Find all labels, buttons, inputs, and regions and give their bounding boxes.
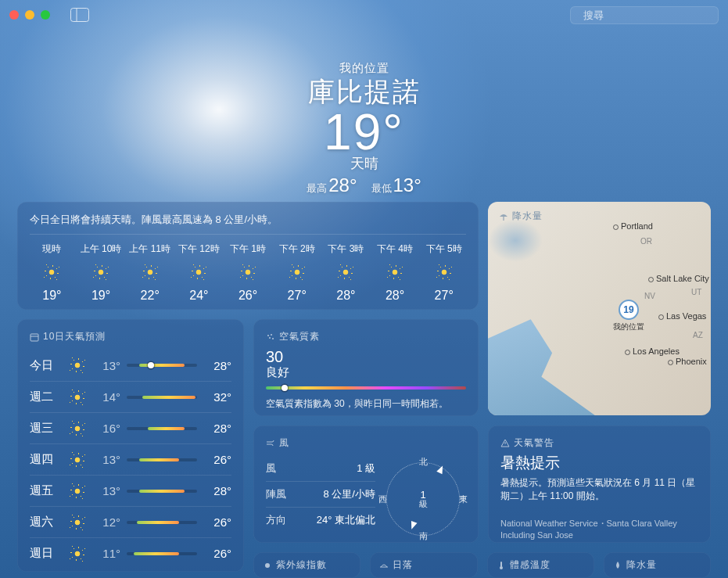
sunny-icon [69,357,86,374]
wind-icon [266,439,275,448]
high-temp: 26° [203,453,231,466]
ten-day-forecast-card[interactable]: 10日天氣預測 今日 13° 28°週二 14° 32°週三 16° 28°週四… [17,319,244,572]
svg-point-8 [269,337,271,339]
hourly-forecast-card[interactable]: 今日全日將會持續天晴。陣風最高風速為 8 公里/小時。 現時19°上午 10時1… [17,202,479,310]
hourly-cell: 下午 4時28° [373,242,418,303]
sunset-icon [379,561,389,570]
svg-point-12 [265,563,270,568]
sunny-icon [69,451,86,469]
thermometer-icon [497,561,506,570]
precipitation-card[interactable]: 降水量 [604,552,711,578]
hour-label: 下午 3時 [328,242,364,256]
aq-spectrum [266,386,466,390]
sunset-card[interactable]: 日落 [370,552,477,578]
aq-rating: 良好 [266,365,466,380]
map-city-label: Salt Lake City [648,274,709,283]
hourly-cell: 下午 2時27° [274,242,319,303]
sidebar-toggle-button[interactable] [70,8,89,22]
window-maximize-button[interactable] [41,10,50,20]
hour-label: 下午 1時 [230,242,266,256]
aq-icon [266,332,275,342]
temp-range-bar [127,490,197,493]
hour-label: 上午 11時 [129,242,170,256]
temp-range-bar [127,458,197,461]
forecast-row[interactable]: 週四 13° 26° [30,443,231,475]
day-label: 週四 [30,452,63,467]
hour-label: 下午 12時 [178,242,220,256]
forecast-row[interactable]: 週三 16° 28° [30,412,231,443]
sunny-icon [142,264,159,281]
hour-temp: 19° [91,289,110,303]
alert-title: 天氣警告 [500,436,698,450]
weather-alert-card[interactable]: 天氣警告 暑熱提示 暑熱提示。預測這些天氣狀況在 6 月 11 日（星期二）上午… [488,425,711,543]
search-input[interactable] [583,9,715,21]
hour-temp: 28° [336,289,355,303]
uv-index-card[interactable]: 紫外線指數 [253,552,360,578]
hourly-cell: 下午 12時24° [177,242,221,303]
temp-range-bar [127,552,197,555]
low-temp: 13° [92,359,120,372]
forecast-row[interactable]: 週六 12° 26° [30,506,231,537]
precip-map-title: 降水量 [499,210,543,223]
sunny-icon [69,483,86,500]
low-temp: 13° [92,484,120,497]
feels-like-card[interactable]: 體感溫度 [487,552,594,578]
droplet-icon [613,561,622,570]
day-label: 今日 [30,358,63,373]
low-temp: 13° [92,453,120,466]
search-field[interactable] [570,6,719,24]
high-temp: 32° [203,390,231,404]
low-group: 最低13° [371,174,421,196]
current-condition: 天晴 [228,154,501,173]
forecast-row[interactable]: 今日 13° 28° [30,350,231,381]
hourly-cell: 上午 10時19° [79,242,124,303]
alert-heading: 暑熱提示 [500,453,698,473]
calendar-icon [30,332,39,342]
day-label: 週三 [30,421,63,436]
map-state-label: UT [691,288,701,296]
aq-description: 空氣質素指數為 30，與昨日同一時間相若。 [266,397,466,411]
forecast-row[interactable]: 週日 11° 26° [30,537,231,569]
day-label: 週二 [30,390,63,404]
current-temperature: 19° [228,107,501,157]
map-city-label: Phoenix [668,357,707,366]
titlebar [0,0,728,30]
low-temp: 11° [92,547,120,560]
alert-source: National Weather Service・Santa Clara Val… [500,518,698,542]
air-quality-card[interactable]: 空氣質素 30 良好 空氣質素指數為 30，與昨日同一時間相若。 [253,319,479,416]
day-label: 週五 [30,483,63,498]
window-minimize-button[interactable] [25,10,34,20]
map-city-label: Portland [613,221,653,231]
high-temp: 28° [203,422,231,435]
hour-temp: 27° [288,289,307,303]
air-quality-title: 空氣質素 [266,330,466,343]
temp-range-bar [127,521,197,524]
day-label: 週日 [30,546,63,561]
window-close-button[interactable] [9,10,19,20]
map-my-location-pin[interactable]: 19 我的位置 [613,300,644,332]
wind-card[interactable]: 風 風1 級陣風8 公里/小時方向24° 東北偏北 北 南 東 西 1級 [253,425,479,543]
sunny-icon [69,514,86,531]
svg-point-7 [271,334,272,336]
hourly-summary: 今日全日將會持續天晴。陣風最高風速為 8 公里/小時。 [30,213,466,235]
map-city-label: Los Angeles [625,346,680,356]
forecast-row[interactable]: 週二 14° 32° [30,381,231,412]
alert-description: 暑熱提示。預測這些天氣狀況在 6 月 11 日（星期二）上午 11:00 開始。 [500,476,698,504]
hour-label: 下午 4時 [377,242,413,256]
hour-label: 現時 [42,242,61,256]
temp-range-bar [127,364,197,367]
hour-temp: 19° [42,289,61,303]
sunny-icon [69,420,86,437]
svg-rect-14 [500,562,502,567]
forecast-row[interactable]: 週五 13° 28° [30,475,231,506]
temp-range-bar [127,396,197,399]
hour-temp: 22° [141,289,160,303]
wind-row: 風1 級 [266,456,375,482]
sunny-icon [92,264,109,281]
high-temp: 26° [203,547,231,560]
svg-rect-4 [30,334,38,341]
hourly-cell: 下午 3時28° [324,242,368,303]
map-state-label: AZ [693,331,703,339]
precipitation-map-card[interactable]: 降水量 PortlandSalt Lake CityLas VegasLos A… [488,202,711,415]
sunny-icon [239,264,256,281]
